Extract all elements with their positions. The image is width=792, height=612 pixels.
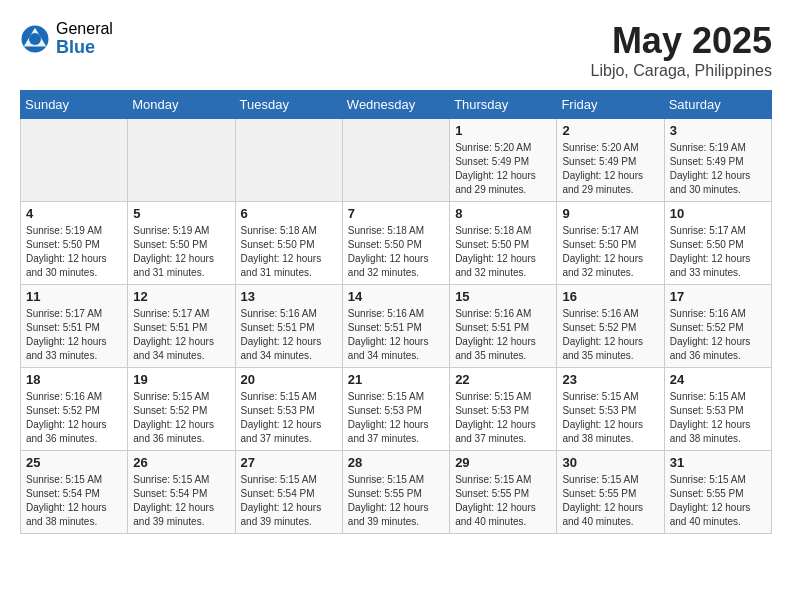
day-number: 29 <box>455 455 551 470</box>
calendar-day-cell: 2Sunrise: 5:20 AMSunset: 5:49 PMDaylight… <box>557 119 664 202</box>
day-info: Sunrise: 5:15 AMSunset: 5:54 PMDaylight:… <box>133 473 229 529</box>
calendar-day-cell: 21Sunrise: 5:15 AMSunset: 5:53 PMDayligh… <box>342 368 449 451</box>
calendar-day-cell: 22Sunrise: 5:15 AMSunset: 5:53 PMDayligh… <box>450 368 557 451</box>
day-number: 16 <box>562 289 658 304</box>
calendar-day-cell: 8Sunrise: 5:18 AMSunset: 5:50 PMDaylight… <box>450 202 557 285</box>
calendar-day-cell: 5Sunrise: 5:19 AMSunset: 5:50 PMDaylight… <box>128 202 235 285</box>
calendar-day-cell: 31Sunrise: 5:15 AMSunset: 5:55 PMDayligh… <box>664 451 771 534</box>
calendar-day-cell: 12Sunrise: 5:17 AMSunset: 5:51 PMDayligh… <box>128 285 235 368</box>
title-area: May 2025 Libjo, Caraga, Philippines <box>591 20 772 80</box>
day-info: Sunrise: 5:15 AMSunset: 5:55 PMDaylight:… <box>348 473 444 529</box>
calendar-day-cell: 15Sunrise: 5:16 AMSunset: 5:51 PMDayligh… <box>450 285 557 368</box>
day-number: 21 <box>348 372 444 387</box>
weekday-header-cell: Saturday <box>664 91 771 119</box>
day-number: 15 <box>455 289 551 304</box>
day-number: 9 <box>562 206 658 221</box>
day-number: 22 <box>455 372 551 387</box>
day-info: Sunrise: 5:15 AMSunset: 5:55 PMDaylight:… <box>455 473 551 529</box>
day-info: Sunrise: 5:17 AMSunset: 5:51 PMDaylight:… <box>26 307 122 363</box>
calendar-day-cell <box>128 119 235 202</box>
calendar-day-cell: 20Sunrise: 5:15 AMSunset: 5:53 PMDayligh… <box>235 368 342 451</box>
day-info: Sunrise: 5:18 AMSunset: 5:50 PMDaylight:… <box>455 224 551 280</box>
calendar-day-cell <box>235 119 342 202</box>
day-info: Sunrise: 5:20 AMSunset: 5:49 PMDaylight:… <box>562 141 658 197</box>
day-number: 17 <box>670 289 766 304</box>
day-info: Sunrise: 5:16 AMSunset: 5:51 PMDaylight:… <box>241 307 337 363</box>
day-info: Sunrise: 5:15 AMSunset: 5:53 PMDaylight:… <box>348 390 444 446</box>
calendar-day-cell: 27Sunrise: 5:15 AMSunset: 5:54 PMDayligh… <box>235 451 342 534</box>
day-info: Sunrise: 5:15 AMSunset: 5:53 PMDaylight:… <box>562 390 658 446</box>
day-number: 31 <box>670 455 766 470</box>
calendar-day-cell: 3Sunrise: 5:19 AMSunset: 5:49 PMDaylight… <box>664 119 771 202</box>
day-info: Sunrise: 5:17 AMSunset: 5:51 PMDaylight:… <box>133 307 229 363</box>
logo-icon <box>20 24 50 54</box>
calendar-day-cell: 9Sunrise: 5:17 AMSunset: 5:50 PMDaylight… <box>557 202 664 285</box>
day-number: 4 <box>26 206 122 221</box>
calendar-day-cell: 19Sunrise: 5:15 AMSunset: 5:52 PMDayligh… <box>128 368 235 451</box>
day-info: Sunrise: 5:15 AMSunset: 5:52 PMDaylight:… <box>133 390 229 446</box>
day-number: 13 <box>241 289 337 304</box>
day-number: 7 <box>348 206 444 221</box>
calendar-day-cell: 26Sunrise: 5:15 AMSunset: 5:54 PMDayligh… <box>128 451 235 534</box>
day-info: Sunrise: 5:19 AMSunset: 5:50 PMDaylight:… <box>26 224 122 280</box>
calendar-day-cell: 18Sunrise: 5:16 AMSunset: 5:52 PMDayligh… <box>21 368 128 451</box>
day-number: 10 <box>670 206 766 221</box>
calendar-body: 1Sunrise: 5:20 AMSunset: 5:49 PMDaylight… <box>21 119 772 534</box>
calendar-day-cell: 16Sunrise: 5:16 AMSunset: 5:52 PMDayligh… <box>557 285 664 368</box>
day-info: Sunrise: 5:20 AMSunset: 5:49 PMDaylight:… <box>455 141 551 197</box>
calendar-day-cell: 11Sunrise: 5:17 AMSunset: 5:51 PMDayligh… <box>21 285 128 368</box>
weekday-header-cell: Friday <box>557 91 664 119</box>
day-info: Sunrise: 5:15 AMSunset: 5:55 PMDaylight:… <box>562 473 658 529</box>
calendar-day-cell: 6Sunrise: 5:18 AMSunset: 5:50 PMDaylight… <box>235 202 342 285</box>
calendar-day-cell: 7Sunrise: 5:18 AMSunset: 5:50 PMDaylight… <box>342 202 449 285</box>
day-number: 27 <box>241 455 337 470</box>
logo-blue: Blue <box>56 38 113 58</box>
day-info: Sunrise: 5:16 AMSunset: 5:51 PMDaylight:… <box>455 307 551 363</box>
calendar-week-row: 18Sunrise: 5:16 AMSunset: 5:52 PMDayligh… <box>21 368 772 451</box>
weekday-header-cell: Wednesday <box>342 91 449 119</box>
day-number: 2 <box>562 123 658 138</box>
day-number: 1 <box>455 123 551 138</box>
calendar-week-row: 4Sunrise: 5:19 AMSunset: 5:50 PMDaylight… <box>21 202 772 285</box>
day-info: Sunrise: 5:17 AMSunset: 5:50 PMDaylight:… <box>562 224 658 280</box>
day-number: 18 <box>26 372 122 387</box>
calendar-day-cell: 30Sunrise: 5:15 AMSunset: 5:55 PMDayligh… <box>557 451 664 534</box>
calendar-week-row: 11Sunrise: 5:17 AMSunset: 5:51 PMDayligh… <box>21 285 772 368</box>
calendar-day-cell: 17Sunrise: 5:16 AMSunset: 5:52 PMDayligh… <box>664 285 771 368</box>
day-info: Sunrise: 5:16 AMSunset: 5:51 PMDaylight:… <box>348 307 444 363</box>
day-info: Sunrise: 5:15 AMSunset: 5:55 PMDaylight:… <box>670 473 766 529</box>
calendar-day-cell: 24Sunrise: 5:15 AMSunset: 5:53 PMDayligh… <box>664 368 771 451</box>
day-info: Sunrise: 5:18 AMSunset: 5:50 PMDaylight:… <box>348 224 444 280</box>
weekday-header-cell: Tuesday <box>235 91 342 119</box>
calendar-day-cell <box>21 119 128 202</box>
day-number: 28 <box>348 455 444 470</box>
day-info: Sunrise: 5:16 AMSunset: 5:52 PMDaylight:… <box>562 307 658 363</box>
day-info: Sunrise: 5:16 AMSunset: 5:52 PMDaylight:… <box>26 390 122 446</box>
calendar-week-row: 25Sunrise: 5:15 AMSunset: 5:54 PMDayligh… <box>21 451 772 534</box>
logo-general: General <box>56 20 113 38</box>
day-info: Sunrise: 5:19 AMSunset: 5:50 PMDaylight:… <box>133 224 229 280</box>
day-number: 12 <box>133 289 229 304</box>
page-subtitle: Libjo, Caraga, Philippines <box>591 62 772 80</box>
weekday-header-cell: Monday <box>128 91 235 119</box>
logo: General Blue <box>20 20 113 57</box>
day-number: 14 <box>348 289 444 304</box>
day-info: Sunrise: 5:18 AMSunset: 5:50 PMDaylight:… <box>241 224 337 280</box>
day-number: 25 <box>26 455 122 470</box>
day-info: Sunrise: 5:17 AMSunset: 5:50 PMDaylight:… <box>670 224 766 280</box>
day-number: 24 <box>670 372 766 387</box>
svg-point-2 <box>29 33 41 45</box>
day-number: 23 <box>562 372 658 387</box>
weekday-header-row: SundayMondayTuesdayWednesdayThursdayFrid… <box>21 91 772 119</box>
calendar-day-cell: 10Sunrise: 5:17 AMSunset: 5:50 PMDayligh… <box>664 202 771 285</box>
calendar-table: SundayMondayTuesdayWednesdayThursdayFrid… <box>20 90 772 534</box>
day-info: Sunrise: 5:19 AMSunset: 5:49 PMDaylight:… <box>670 141 766 197</box>
calendar-day-cell <box>342 119 449 202</box>
calendar-day-cell: 28Sunrise: 5:15 AMSunset: 5:55 PMDayligh… <box>342 451 449 534</box>
calendar-day-cell: 13Sunrise: 5:16 AMSunset: 5:51 PMDayligh… <box>235 285 342 368</box>
day-info: Sunrise: 5:16 AMSunset: 5:52 PMDaylight:… <box>670 307 766 363</box>
day-info: Sunrise: 5:15 AMSunset: 5:53 PMDaylight:… <box>455 390 551 446</box>
day-info: Sunrise: 5:15 AMSunset: 5:53 PMDaylight:… <box>670 390 766 446</box>
calendar-day-cell: 25Sunrise: 5:15 AMSunset: 5:54 PMDayligh… <box>21 451 128 534</box>
day-info: Sunrise: 5:15 AMSunset: 5:54 PMDaylight:… <box>26 473 122 529</box>
